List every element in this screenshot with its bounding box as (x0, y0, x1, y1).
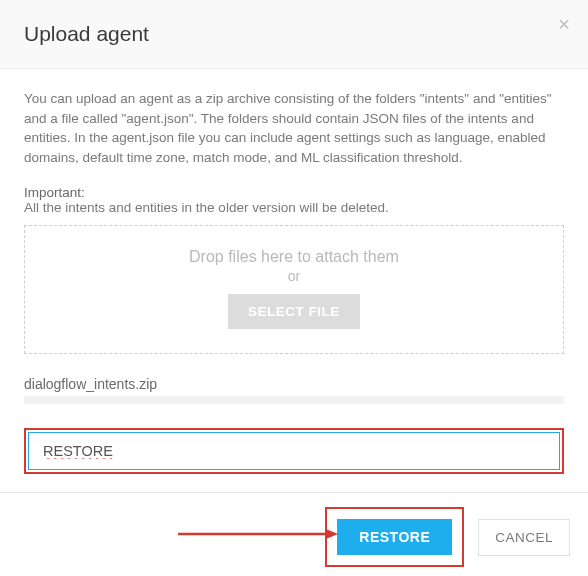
uploaded-filename: dialogflow_intents.zip (24, 376, 564, 392)
dialog-header: Upload agent × (0, 0, 588, 69)
upload-agent-dialog: Upload agent × You can upload an agent a… (0, 0, 588, 576)
file-dropzone[interactable]: Drop files here to attach them or SELECT… (24, 225, 564, 354)
select-file-button[interactable]: SELECT FILE (228, 294, 360, 329)
cancel-button[interactable]: CANCEL (478, 519, 570, 556)
dialog-title: Upload agent (24, 22, 564, 46)
important-label: Important: (24, 185, 564, 200)
dropzone-or: or (35, 268, 553, 284)
dialog-body: You can upload an agent as a zip archive… (0, 69, 588, 492)
confirm-highlight (24, 428, 564, 474)
important-text: All the intents and entities in the olde… (24, 200, 564, 215)
arrow-icon (178, 529, 338, 539)
description-text: You can upload an agent as a zip archive… (24, 89, 564, 167)
dropzone-text: Drop files here to attach them (35, 248, 553, 266)
upload-progress-bar (24, 396, 564, 404)
confirm-input[interactable] (28, 432, 560, 470)
close-icon[interactable]: × (558, 14, 570, 34)
restore-highlight: RESTORE (325, 507, 464, 567)
dialog-footer: RESTORE CANCEL (0, 492, 588, 576)
restore-button[interactable]: RESTORE (337, 519, 452, 555)
